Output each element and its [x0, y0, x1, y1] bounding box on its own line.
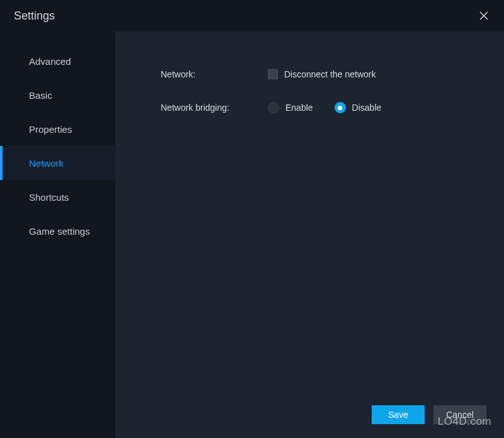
sidebar-item-advanced[interactable]: Advanced	[0, 44, 115, 78]
network-row: Network: Disconnect the network	[161, 69, 504, 79]
sidebar-item-label: Advanced	[29, 56, 71, 67]
sidebar-item-label: Basic	[29, 90, 52, 101]
cancel-button[interactable]: Cancel	[433, 405, 486, 424]
content-panel: Network: Disconnect the network Network …	[115, 31, 504, 438]
sidebar-item-network[interactable]: Network	[0, 146, 115, 180]
bridging-disable-label: Disable	[352, 103, 382, 113]
sidebar-item-properties[interactable]: Properties	[0, 112, 115, 146]
bridging-radio-group: Enable Disable	[268, 102, 381, 113]
button-bar: Save Cancel	[372, 405, 486, 424]
network-label: Network:	[161, 69, 268, 79]
bridging-label: Network bridging:	[161, 103, 268, 113]
save-button-label: Save	[388, 410, 408, 420]
sidebar-item-label: Network	[29, 158, 64, 169]
close-icon	[479, 11, 488, 20]
window-title: Settings	[14, 9, 55, 23]
bridging-disable-option[interactable]: Disable	[335, 102, 382, 113]
disconnect-network-checkbox[interactable]	[268, 69, 278, 79]
sidebar-item-basic[interactable]: Basic	[0, 78, 115, 112]
sidebar-item-game-settings[interactable]: Game settings	[0, 214, 115, 248]
bridging-row: Network bridging: Enable Disable	[161, 102, 504, 113]
disconnect-network-checkbox-group[interactable]: Disconnect the network	[268, 69, 376, 79]
close-button[interactable]	[475, 7, 493, 25]
bridging-enable-option[interactable]: Enable	[268, 102, 313, 113]
disconnect-network-checkbox-label: Disconnect the network	[284, 69, 376, 79]
bridging-enable-radio[interactable]	[268, 102, 279, 113]
body-area: Advanced Basic Properties Network Shortc…	[0, 31, 504, 438]
bridging-disable-radio[interactable]	[335, 102, 346, 113]
save-button[interactable]: Save	[372, 405, 425, 424]
sidebar: Advanced Basic Properties Network Shortc…	[0, 31, 115, 438]
sidebar-item-label: Properties	[29, 124, 72, 135]
sidebar-item-shortcuts[interactable]: Shortcuts	[0, 180, 115, 214]
titlebar: Settings	[0, 0, 504, 31]
sidebar-item-label: Shortcuts	[29, 192, 69, 203]
bridging-enable-label: Enable	[285, 103, 313, 113]
sidebar-item-label: Game settings	[29, 226, 90, 237]
cancel-button-label: Cancel	[446, 410, 474, 420]
